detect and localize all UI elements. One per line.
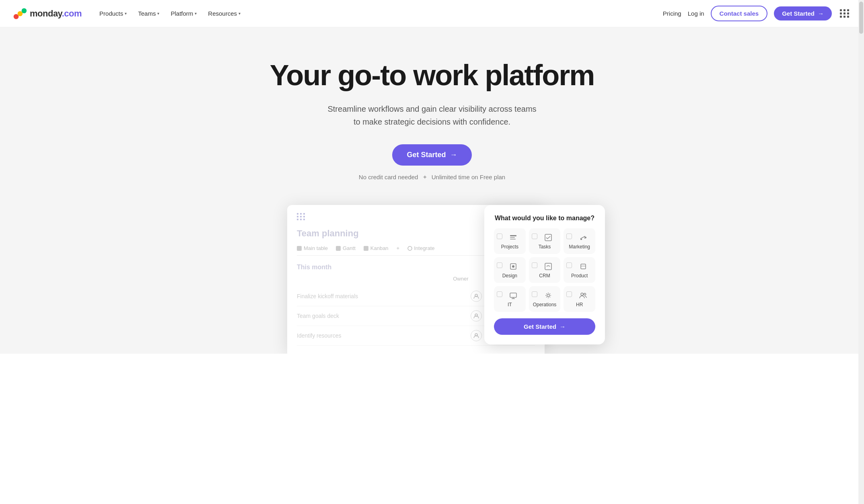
manage-item-hr[interactable]: HR xyxy=(564,286,595,312)
scrollbar-thumb[interactable] xyxy=(859,2,863,34)
svg-point-23 xyxy=(584,293,586,295)
avatar xyxy=(471,310,482,322)
svg-point-22 xyxy=(581,293,583,295)
svg-rect-18 xyxy=(510,293,516,297)
manage-item-marketing[interactable]: Marketing xyxy=(564,228,595,254)
hero-section: Your go-to work platform Streamline work… xyxy=(0,27,864,354)
logo-wordmark: monday.com xyxy=(30,8,82,19)
get-started-widget-button[interactable]: Get Started → xyxy=(494,318,595,335)
avatar xyxy=(471,330,482,341)
checkbox-it[interactable] xyxy=(497,291,502,297)
nav-right: Pricing Log in Contact sales Get Started… xyxy=(663,6,851,21)
nav-item-products[interactable]: Products ▾ xyxy=(95,7,132,20)
login-link[interactable]: Log in xyxy=(688,10,704,17)
tab-add[interactable]: + xyxy=(397,245,400,251)
manage-item-label-design: Design xyxy=(502,273,517,279)
arrow-right-icon: → xyxy=(560,323,566,330)
svg-point-3 xyxy=(408,246,412,250)
checkbox-product[interactable] xyxy=(566,262,572,268)
checkbox-operations[interactable] xyxy=(532,291,537,297)
navbar: monday.com Products ▾ Teams ▾ Platform ▾… xyxy=(0,0,864,27)
logo-icon xyxy=(13,6,27,21)
scrollbar-track[interactable] xyxy=(858,0,864,354)
nav-links: Products ▾ Teams ▾ Platform ▾ Resources … xyxy=(95,7,663,20)
manage-item-label-marketing: Marketing xyxy=(569,244,590,250)
checkbox-tasks[interactable] xyxy=(532,234,537,239)
nav-item-platform[interactable]: Platform ▾ xyxy=(166,7,202,20)
get-started-hero-button[interactable]: Get Started → xyxy=(392,144,471,166)
integrate-icon xyxy=(407,246,412,251)
chevron-down-icon: ▾ xyxy=(125,11,127,16)
nav-item-resources[interactable]: Resources ▾ xyxy=(203,7,245,20)
svg-rect-15 xyxy=(545,263,551,270)
svg-point-21 xyxy=(547,294,549,297)
hero-title: Your go-to work platform xyxy=(0,59,864,91)
kanban-icon xyxy=(364,246,368,251)
tab-gantt[interactable]: Gantt xyxy=(336,245,356,251)
svg-rect-7 xyxy=(510,235,516,236)
manage-item-projects[interactable]: Projects xyxy=(494,228,526,254)
manage-item-crm[interactable]: CRM xyxy=(529,257,561,283)
svg-point-2 xyxy=(22,8,27,13)
manage-item-product[interactable]: Product xyxy=(564,257,595,283)
apps-grid-icon[interactable] xyxy=(838,8,851,19)
pricing-link[interactable]: Pricing xyxy=(663,10,681,17)
nav-item-teams[interactable]: Teams ▾ xyxy=(133,7,164,20)
manage-item-label-tasks: Tasks xyxy=(539,244,551,250)
avatar xyxy=(471,291,482,302)
hero-subtitle: Streamline workflows and gain clear visi… xyxy=(0,102,864,128)
checkbox-hr[interactable] xyxy=(566,291,572,297)
table-icon xyxy=(297,246,302,251)
manage-item-label-it: IT xyxy=(508,302,512,307)
manage-items-grid: Projects Tasks xyxy=(494,228,595,312)
manage-item-label-crm: CRM xyxy=(539,273,550,279)
chevron-down-icon: ▾ xyxy=(239,11,241,16)
manage-item-operations[interactable]: Operations xyxy=(529,286,561,312)
checkbox-projects[interactable] xyxy=(497,234,502,239)
svg-rect-9 xyxy=(510,239,516,240)
manage-item-label-projects: Projects xyxy=(501,244,518,250)
logo[interactable]: monday.com xyxy=(13,6,82,21)
tab-kanban[interactable]: Kanban xyxy=(364,245,389,251)
svg-rect-8 xyxy=(510,237,515,238)
contact-sales-button[interactable]: Contact sales xyxy=(711,6,768,21)
tab-main-table[interactable]: Main table xyxy=(297,245,328,251)
checkbox-crm[interactable] xyxy=(532,262,537,268)
manage-item-it[interactable]: IT xyxy=(494,286,526,312)
get-started-nav-button[interactable]: Get Started → xyxy=(774,6,832,20)
manage-item-label-operations: Operations xyxy=(533,302,557,307)
svg-point-11 xyxy=(585,237,586,238)
checkbox-design[interactable] xyxy=(497,262,502,268)
svg-rect-10 xyxy=(545,234,551,241)
manage-widget-title: What would you like to manage? xyxy=(494,215,595,222)
checkbox-marketing[interactable] xyxy=(566,234,572,239)
svg-rect-16 xyxy=(581,264,586,269)
manage-item-label-hr: HR xyxy=(576,302,583,307)
chevron-down-icon: ▾ xyxy=(157,11,159,16)
manage-item-tasks[interactable]: Tasks xyxy=(529,228,561,254)
svg-point-14 xyxy=(512,265,514,268)
manage-item-label-product: Product xyxy=(571,273,588,279)
arrow-right-icon: → xyxy=(818,10,824,17)
arrow-right-icon: → xyxy=(450,151,457,159)
svg-rect-12 xyxy=(580,239,582,240)
hero-content-area: Team planning Main table Gantt Kanban + xyxy=(211,205,653,354)
manage-item-design[interactable]: Design xyxy=(494,257,526,283)
manage-widget: What would you like to manage? Projects xyxy=(484,205,605,344)
gantt-icon xyxy=(336,246,341,251)
tab-integrate[interactable]: Integrate xyxy=(407,245,434,251)
chevron-down-icon: ▾ xyxy=(195,11,197,16)
hero-note: No credit card needed ✦ Unlimited time o… xyxy=(0,174,864,181)
